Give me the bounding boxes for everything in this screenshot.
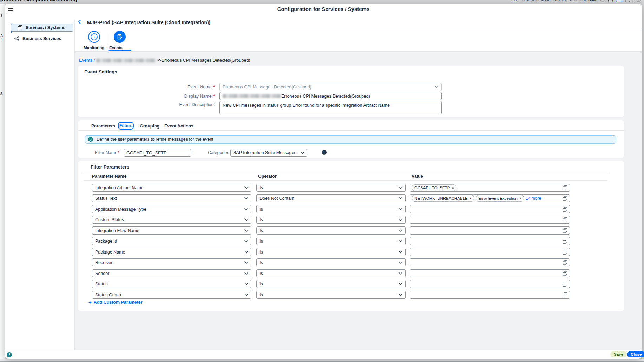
operator-select[interactable]: Is [256,226,406,235]
operator-select[interactable]: Does Not Contain [256,194,406,202]
event-description-textarea[interactable]: New CPI messages in status group Error f… [219,101,442,114]
parameter-name-select[interactable]: Integration Flow Name [92,226,251,235]
categories-select[interactable]: SAP Integration Suite Messages [230,149,307,157]
parameter-name-select[interactable]: Integration Artifact Name [92,184,251,192]
operator-select[interactable]: Is [256,291,406,299]
token-remove-icon[interactable]: × [519,196,521,200]
copy-icon[interactable] [563,217,567,222]
back-button[interactable] [78,19,83,26]
parameter-name-select[interactable]: Receiver [92,258,251,266]
info-message-text: Define the filter parameters to refine m… [97,137,213,142]
operator-select[interactable]: Is [256,248,406,256]
token-remove-icon[interactable]: × [452,186,454,190]
tab-events[interactable] [114,31,126,43]
copy-icon[interactable] [563,260,567,265]
copy-icon[interactable] [563,207,567,212]
value-input[interactable] [410,258,570,266]
tab-filters[interactable]: Filters [118,122,134,130]
event-name-select[interactable]: Erroneous CPI Messages Detected(Grouped) [219,83,442,91]
value-token[interactable]: Error Event Exception× [476,195,524,202]
parameter-name-select[interactable]: Status [92,280,251,288]
operator-select[interactable]: Is [256,269,406,277]
gear-icon[interactable] [600,0,605,2]
screen: gration & Exception Monitoring 5/7 Last … [0,0,644,362]
tab-events-label[interactable]: Events [109,46,130,50]
parameter-name-select[interactable]: Status Group [92,291,251,299]
copy-icon[interactable] [563,271,567,276]
chevron-down-icon [244,251,248,253]
value-input[interactable] [410,237,570,245]
service-title: MJB-Prod (SAP Integration Suite (Cloud I… [87,19,210,26]
value-input[interactable] [410,205,570,213]
chevron-down-icon [399,283,402,285]
copy-icon[interactable] [563,282,567,287]
operator-select[interactable]: Is [256,184,406,192]
footer-help-button[interactable]: ? [7,352,12,357]
parameter-name-select[interactable]: Package Id [92,237,251,245]
operator-select[interactable]: Is [256,280,406,288]
assistant-icon[interactable] [616,0,622,2]
more-tokens-link[interactable]: 14 more [526,196,541,201]
parameter-name-select[interactable]: Sender [92,269,251,277]
filter-parameter-row: Receiver Is [78,258,624,266]
dialog-footer [5,350,642,359]
background-window-taskbar-edge [0,361,644,362]
close-button[interactable]: Close [627,351,644,357]
value-token[interactable]: NETWORK_UNREACHABLE× [412,195,474,202]
value-token[interactable]: GCSAPI_TO_SFTP× [412,184,456,191]
copy-icon[interactable] [563,228,567,233]
tab-monitoring[interactable]: i [88,31,100,43]
tab-grouping[interactable]: Grouping [140,124,159,129]
tab-monitoring-label[interactable]: Monitoring [84,46,105,50]
more-icon[interactable] [637,0,641,2]
value-input[interactable] [410,280,570,288]
parameter-name-select[interactable]: Custom Status [92,216,251,224]
sidebar-item-business-services[interactable]: Business Services [11,34,73,43]
filter-name-input[interactable]: GCSAPI_TO_SFTP [124,149,191,157]
breadcrumb: Events / ->Erroneous CPI Messages Detect… [79,58,250,63]
display-name-label: Display Name:* [133,94,215,99]
chevron-down-icon [244,229,248,232]
value-input[interactable] [410,269,570,277]
parameter-name-select[interactable]: Package Name [92,248,251,256]
tab-parameters[interactable]: Parameters [91,124,115,129]
chevron-down-icon [399,186,402,189]
value-input[interactable] [410,226,570,235]
chevron-down-icon [399,261,402,264]
chevron-down-icon [244,294,248,296]
value-input[interactable]: NETWORK_UNREACHABLE×Error Event Exceptio… [410,194,570,202]
required-asterisk: * [213,85,215,90]
sidebar-item-services-systems[interactable]: Services / Systems [11,24,73,32]
save-button[interactable]: Save [610,351,627,357]
parameter-name-select[interactable]: Application Message Type [92,205,251,213]
toolbar-divider [625,0,626,2]
info-icon[interactable]: i [322,150,327,155]
tab-event-actions[interactable]: Event Actions [164,124,193,129]
token-remove-icon[interactable]: × [469,196,471,200]
chevron-down-icon [244,218,248,221]
copy-icon[interactable] [563,239,567,244]
operator-select[interactable]: Is [256,258,406,266]
operator-select[interactable]: Is [256,205,406,213]
copy-icon[interactable] [563,185,567,190]
copy-icon[interactable] [563,250,567,255]
value-input[interactable] [410,291,570,299]
add-custom-parameter-button[interactable]: + Add Custom Parameter [88,300,143,305]
window-icon[interactable] [608,0,613,2]
parameter-name-select[interactable]: Status Text [92,194,251,202]
filter-parameter-row: Status Is [78,280,624,288]
chat-icon[interactable] [629,0,633,2]
required-asterisk: * [213,94,215,99]
categories-label: Categories [208,150,228,155]
value-input[interactable] [410,216,570,224]
breadcrumb-events-link[interactable]: Events / [79,58,95,63]
required-asterisk: * [118,150,119,155]
copy-icon[interactable] [563,292,567,297]
value-input[interactable] [410,248,570,256]
copy-icon[interactable] [563,196,567,201]
value-input[interactable]: GCSAPI_TO_SFTP× [410,184,570,192]
operator-select[interactable]: Is [256,237,406,245]
display-name-input[interactable]: Erroneous CPI Messages Detected(Grouped) [219,92,442,100]
operator-select[interactable]: Is [256,216,406,224]
column-header-operator: Operator [258,174,277,179]
